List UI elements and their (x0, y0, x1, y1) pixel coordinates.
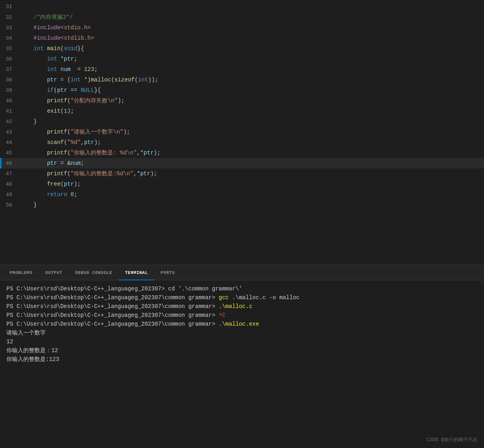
tab-problems[interactable]: PROBLEMS (3, 265, 39, 280)
code-line: 42 } (0, 116, 484, 127)
terminal-panel: PROBLEMSOUTPUTDEBUG CONSOLETERMINALPORTS… (0, 265, 484, 448)
line-content: scanf("%d",ptr); (20, 137, 478, 148)
line-number: 32 (0, 12, 20, 23)
line-number: 31 (0, 2, 20, 12)
code-line: 35 int main(void}{ (0, 43, 484, 54)
terminal-output[interactable]: PS C:\Users\rsd\Desktop\C-C++_languageg_… (0, 280, 484, 448)
line-content: ptr = (int *)malloc(sizeof(int)); (20, 75, 478, 85)
code-editor: 3132 /*内存泄漏2*/33 #include<stdio.h>34 #in… (0, 0, 484, 265)
terminal-line: PS C:\Users\rsd\Desktop\C-C++_languageg_… (6, 320, 478, 328)
code-line: 45 printf("你输入的整数是: %d\n",*ptr); (0, 148, 484, 158)
line-content: free(ptr); (20, 179, 478, 189)
line-content: printf("分配内存失败\n"); (20, 95, 478, 106)
terminal-line: 12 (6, 337, 478, 346)
code-line: 46 ptr = &num; (0, 158, 484, 168)
line-number: 34 (0, 33, 20, 44)
line-number: 44 (0, 138, 20, 148)
terminal-line: PS C:\Users\rsd\Desktop\C-C++_languageg_… (6, 311, 478, 320)
line-number: 35 (0, 44, 20, 54)
line-number: 39 (0, 85, 20, 96)
tab-bar: PROBLEMSOUTPUTDEBUG CONSOLETERMINALPORTS (0, 265, 484, 280)
code-lines: 3132 /*内存泄漏2*/33 #include<stdio.h>34 #in… (0, 0, 484, 210)
line-number: 38 (0, 75, 20, 85)
line-content: int main(void}{ (20, 43, 478, 54)
line-number: 36 (0, 54, 20, 65)
line-content: printf("你输入的整数是: %d\n",*ptr); (20, 148, 478, 158)
line-number: 50 (0, 200, 20, 211)
line-number: 43 (0, 127, 20, 138)
line-number: 37 (0, 65, 20, 75)
terminal-line: 请输入一个数字 (6, 328, 478, 337)
line-number: 49 (0, 190, 20, 200)
line-content: /*内存泄漏2*/ (20, 12, 478, 22)
terminal-line: 你输入的整数是:123 (6, 355, 478, 364)
line-content: ptr = &num; (20, 158, 478, 168)
line-number: 47 (0, 169, 20, 179)
tab-terminal[interactable]: TERMINAL (119, 265, 154, 280)
line-content: #include<stdlib.h> (20, 33, 478, 43)
line-content: #include<stdio.h> (20, 22, 478, 33)
tab-output[interactable]: OUTPUT (39, 265, 69, 280)
code-line: 34 #include<stdlib.h> (0, 33, 484, 43)
code-line: 41 exit(1); (0, 106, 484, 116)
terminal-line: 你输入的整数是：12 (6, 346, 478, 355)
code-line: 31 (0, 2, 484, 12)
line-content: exit(1); (20, 106, 478, 116)
terminal-line: PS C:\Users\rsd\Desktop\C-C++_languageg_… (6, 284, 478, 293)
line-content: } (20, 200, 478, 210)
code-line: 36 int *ptr; (0, 54, 484, 64)
line-number: 41 (0, 106, 20, 117)
line-number: 42 (0, 117, 20, 127)
terminal-line: PS C:\Users\rsd\Desktop\C-C++_languageg_… (6, 293, 478, 302)
line-content: if(ptr == NULL}{ (20, 85, 478, 95)
code-line: 39 if(ptr == NULL}{ (0, 85, 484, 95)
code-line: 40 printf("分配内存失败\n"); (0, 95, 484, 106)
line-content: return 0; (20, 189, 478, 200)
watermark: CSDN @旅行的橘子汽水 (427, 436, 478, 443)
code-line: 50 } (0, 200, 484, 210)
line-number: 45 (0, 148, 20, 158)
terminal-line: PS C:\Users\rsd\Desktop\C-C++_languageg_… (6, 302, 478, 311)
line-content: int *ptr; (20, 54, 478, 64)
line-content: printf("你输入的整数是:%d\n",*ptr); (20, 168, 478, 179)
tab-debug-console[interactable]: DEBUG CONSOLE (69, 265, 118, 280)
line-content: } (20, 116, 478, 127)
code-line: 44 scanf("%d",ptr); (0, 137, 484, 148)
code-line: 49 return 0; (0, 189, 484, 200)
code-line: 38 ptr = (int *)malloc(sizeof(int)); (0, 75, 484, 85)
code-line: 37 int num = 123; (0, 64, 484, 75)
tab-ports[interactable]: PORTS (154, 265, 182, 280)
code-line: 48 free(ptr); (0, 179, 484, 189)
code-line: 32 /*内存泄漏2*/ (0, 12, 484, 22)
line-number: 33 (0, 23, 20, 33)
line-number: 40 (0, 96, 20, 106)
code-line: 33 #include<stdio.h> (0, 22, 484, 33)
line-number: 48 (0, 179, 20, 190)
line-content: int num = 123; (20, 64, 478, 75)
line-content: printf("请输入一个数字\n"); (20, 127, 478, 137)
code-line: 43 printf("请输入一个数字\n"); (0, 127, 484, 137)
line-number: 46 (0, 158, 20, 169)
code-line: 47 printf("你输入的整数是:%d\n",*ptr); (0, 168, 484, 179)
